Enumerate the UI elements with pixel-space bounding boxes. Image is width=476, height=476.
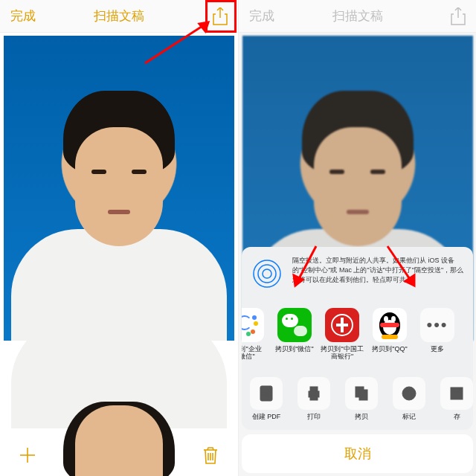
airdrop-section[interactable]: 隔空投送。立即与附近的人共享。如果他们从 iOS 设备的"控制中心"或 Mac … [242, 247, 473, 300]
app-label: 拷贝到"微信" [275, 345, 313, 353]
print-icon [298, 377, 330, 410]
action-create-pdf[interactable]: PDF 创建 PDF [243, 377, 289, 421]
app-share-row: 贝到"企业微信" 拷贝到"微信" 拷贝到"中国工商银行" 拷贝到"QQ [242, 300, 473, 370]
action-print[interactable]: 打印 [291, 377, 337, 421]
action-save[interactable]: 存 [434, 377, 473, 421]
qq-icon [373, 308, 407, 342]
icbc-icon [325, 308, 359, 342]
enterprise-wechat-icon [242, 308, 264, 342]
wechat-icon [277, 308, 312, 342]
header-right: 完成 扫描文稿 [239, 0, 476, 33]
app-label: 更多 [431, 345, 444, 353]
app-more[interactable]: ••• 更多 [414, 308, 460, 361]
action-label: 打印 [307, 413, 321, 421]
trash-icon [201, 446, 220, 465]
svg-rect-20 [310, 396, 318, 400]
action-markup[interactable]: 标记 [386, 377, 432, 421]
svg-text:PDF: PDF [261, 392, 271, 397]
airdrop-icon [249, 256, 285, 292]
svg-point-13 [263, 269, 271, 278]
plus-icon [18, 446, 37, 465]
right-screen: 完成 扫描文稿 隔空投送。立即与附近的人共享。如果他们从 iOS 设备的"控制中… [238, 0, 476, 476]
thumbnail-icon[interactable] [106, 396, 132, 428]
add-button[interactable] [11, 439, 44, 472]
left-screen: 完成 扫描文稿 [0, 0, 238, 476]
markup-icon [393, 377, 425, 410]
app-enterprise-wechat[interactable]: 贝到"企业微信" [242, 308, 270, 361]
share-sheet: 隔空投送。立即与附近的人共享。如果他们从 iOS 设备的"控制中心"或 Mac … [242, 247, 473, 473]
pdf-icon: PDF [250, 377, 283, 410]
header-title: 扫描文稿 [40, 7, 198, 25]
action-copy[interactable]: 拷贝 [338, 377, 385, 421]
airdrop-text: 隔空投送。立即与附近的人共享。如果他们从 iOS 设备的"控制中心"或 Mac … [292, 256, 466, 285]
action-label: 创建 PDF [252, 413, 281, 421]
delete-button[interactable] [194, 439, 227, 472]
share-button-dim [436, 7, 466, 25]
more-icon: ••• [420, 308, 454, 342]
svg-point-14 [258, 265, 276, 283]
app-qq[interactable]: 拷贝到"QQ" [367, 308, 413, 361]
done-button-dim: 完成 [249, 7, 279, 25]
scanned-photo[interactable] [4, 36, 234, 341]
cancel-button[interactable]: 取消 [242, 434, 473, 473]
thumbnail-row [0, 390, 238, 434]
app-label: 拷贝到"QQ" [372, 345, 407, 353]
app-wechat[interactable]: 拷贝到"微信" [271, 308, 318, 361]
svg-rect-22 [359, 390, 367, 400]
save-icon [440, 377, 473, 410]
header-title-dim: 扫描文稿 [279, 7, 436, 25]
action-row: PDF 创建 PDF 打印 拷贝 标记 存 [242, 370, 473, 430]
app-label: 拷贝到"中国工商银行" [321, 345, 363, 361]
highlight-box [205, 0, 237, 33]
done-button[interactable]: 完成 [10, 7, 40, 25]
svg-rect-19 [310, 387, 318, 391]
app-icbc[interactable]: 拷贝到"中国工商银行" [319, 308, 365, 361]
share-panel: 隔空投送。立即与附近的人共享。如果他们从 iOS 设备的"控制中心"或 Mac … [242, 247, 473, 430]
app-label: 贝到"企业微信" [242, 345, 262, 361]
copy-icon [345, 377, 378, 410]
header-left: 完成 扫描文稿 [0, 0, 238, 33]
action-label: 拷贝 [355, 413, 368, 421]
share-icon [451, 7, 466, 25]
action-label: 存 [454, 413, 460, 421]
action-label: 标记 [402, 413, 416, 421]
